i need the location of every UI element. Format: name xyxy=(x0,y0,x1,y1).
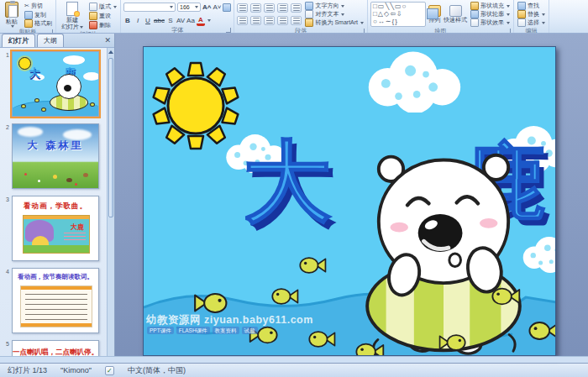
font-color-button[interactable]: A xyxy=(197,16,205,26)
format-painter-button[interactable]: 格式刷 xyxy=(24,19,53,28)
font-name-combobox[interactable] xyxy=(123,3,176,12)
smartart-label: 转换为 SmartArt xyxy=(315,18,358,27)
align-right-button[interactable] xyxy=(264,16,275,25)
thumb1-bear xyxy=(56,74,81,99)
shapes-row[interactable]: ○↔∼{} xyxy=(373,18,423,25)
arrange-button[interactable]: 排列 xyxy=(428,2,441,27)
fish-icon xyxy=(90,102,95,107)
thumb3-ground xyxy=(24,245,89,253)
shapes-row[interactable]: □▭╲╲▭○ xyxy=(373,3,423,10)
paste-button[interactable]: 粘贴 xyxy=(3,2,21,28)
fish-icon xyxy=(438,332,466,353)
align-right-icon xyxy=(266,18,273,24)
find-label: 查找 xyxy=(528,2,539,10)
shape-outline-button[interactable]: 形状轮廓 xyxy=(470,10,511,18)
bottom-scroll-strip[interactable] xyxy=(0,356,588,363)
dialog-launcher-icon[interactable] xyxy=(226,28,231,33)
columns-button[interactable] xyxy=(291,16,302,25)
grow-font-button[interactable]: A˄ xyxy=(202,3,211,12)
character-spacing-button[interactable]: AV xyxy=(176,16,185,25)
watermark-text: 幼教资源网 ziyuan.baby611.com xyxy=(146,313,313,327)
chevron-down-icon xyxy=(542,22,545,24)
cut-button[interactable]: ✂剪切 xyxy=(24,2,53,10)
find-button[interactable]: 查找 xyxy=(517,2,546,10)
slide-thumbnail-1[interactable]: 大 鹿 xyxy=(12,51,99,117)
reset-icon xyxy=(89,12,97,20)
drawing-group-label: 绘图 xyxy=(435,28,447,34)
bear-character[interactable] xyxy=(359,144,528,356)
scrollbar-thumb[interactable] xyxy=(108,58,113,217)
current-slide[interactable]: 大 鹿 xyxy=(143,46,556,356)
close-icon[interactable]: ✕ xyxy=(104,36,111,45)
tab-slides[interactable]: 幻灯片 xyxy=(2,34,35,47)
fish-icon xyxy=(271,286,300,306)
layout-button[interactable]: 版式 xyxy=(88,3,118,11)
copy-button[interactable]: 复制 xyxy=(24,11,53,19)
increase-indent-button[interactable] xyxy=(277,3,288,13)
shape-fill-icon xyxy=(470,2,479,10)
quick-styles-button[interactable]: 快速样式 xyxy=(444,2,467,27)
delete-icon xyxy=(89,21,97,29)
line-spacing-button[interactable] xyxy=(291,3,302,13)
shapes-row[interactable]: □△◇⇦⇩ xyxy=(373,10,423,18)
shape-effects-button[interactable]: 形状效果 xyxy=(470,18,511,27)
italic-button[interactable]: I xyxy=(134,16,142,25)
shapes-gallery[interactable]: □▭╲╲▭○ □△◇⇦⇩ ○↔∼{} xyxy=(370,2,426,27)
panel-scrollbar[interactable] xyxy=(107,48,114,363)
align-center-button[interactable] xyxy=(250,16,261,25)
slide-thumbnail-2[interactable]: 大 森林里 xyxy=(12,123,99,189)
select-button[interactable]: 选择 xyxy=(517,18,546,27)
shape-fill-button[interactable]: 形状填充 xyxy=(470,2,511,10)
shrink-font-button[interactable]: A˅ xyxy=(213,3,221,12)
slide-title-char-1[interactable]: 大 xyxy=(243,123,332,243)
theme-name[interactable]: "Kimono" xyxy=(60,366,92,374)
format-painter-label: 格式刷 xyxy=(34,19,52,28)
justify-button[interactable] xyxy=(277,16,288,25)
replace-button[interactable]: 替换 xyxy=(517,10,546,18)
change-case-button[interactable]: Aa xyxy=(186,16,195,25)
clear-formatting-icon[interactable] xyxy=(223,3,231,12)
fish-icon xyxy=(308,329,337,349)
align-text-button[interactable]: 对齐文本 xyxy=(304,10,365,18)
watermark-tag: 教案资料 xyxy=(213,327,239,334)
slide-number: 1 xyxy=(2,51,12,117)
strikethrough-button[interactable]: abc xyxy=(154,16,165,25)
language-indicator[interactable]: 中文(简体，中国) xyxy=(128,365,186,376)
convert-smartart-button[interactable]: 转换为 SmartArt xyxy=(304,18,365,27)
slide-thumbnail-3[interactable]: 看动画，学歌曲。 大鹿 xyxy=(12,196,99,261)
cut-label: 剪切 xyxy=(31,2,43,10)
align-left-button[interactable] xyxy=(237,16,248,25)
decrease-indent-button[interactable] xyxy=(264,3,275,13)
delete-button[interactable]: 删除 xyxy=(88,21,118,29)
chevron-down-icon xyxy=(207,19,211,22)
numbering-button[interactable] xyxy=(250,3,261,13)
thumb3-text: 看动画，学歌曲。 xyxy=(13,202,98,212)
underline-button[interactable]: U xyxy=(144,16,152,25)
text-direction-button[interactable]: 文字方向 xyxy=(304,2,365,10)
ribbon-spacer xyxy=(549,0,588,33)
align-text-icon xyxy=(305,10,313,18)
slide-thumbnail-4[interactable]: 看动画，按节奏朗读歌词。 xyxy=(12,268,99,333)
chevron-down-icon xyxy=(80,26,83,29)
bullets-button[interactable] xyxy=(237,3,248,13)
find-icon xyxy=(517,2,526,10)
text-shadow-button[interactable]: S xyxy=(166,16,175,25)
font-size-combobox[interactable]: 166 xyxy=(177,3,201,12)
thumb4-image-bottombar xyxy=(21,323,92,327)
ribbon-group-drawing: □▭╲╲▭○ □△◇⇦⇩ ○↔∼{} 排列 快速样式 形状填充 形状轮廓 形状效… xyxy=(368,0,514,33)
chevron-down-icon xyxy=(360,22,364,24)
slide-number: 4 xyxy=(2,268,12,333)
tab-outline[interactable]: 大纲 xyxy=(37,34,64,47)
scroll-up-icon[interactable] xyxy=(108,48,114,56)
reset-button[interactable]: 重设 xyxy=(88,12,118,20)
new-slide-button[interactable]: 新建 幻灯片 xyxy=(59,2,86,30)
spellcheck-icon[interactable]: ✓ xyxy=(105,366,114,375)
text-direction-icon xyxy=(305,2,313,10)
layout-icon xyxy=(89,3,97,11)
thumb3-image-lines xyxy=(64,233,86,241)
paste-label: 粘贴 xyxy=(6,18,18,25)
bold-button[interactable]: B xyxy=(123,16,132,25)
list-item: 3 看动画，学歌曲。 大鹿 xyxy=(2,196,114,261)
bullets-icon xyxy=(239,5,246,11)
cloud-icon xyxy=(360,46,470,113)
